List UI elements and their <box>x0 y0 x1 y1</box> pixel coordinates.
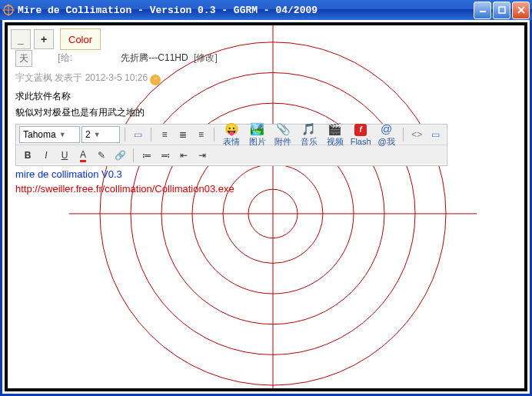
smiley-icon: 😛 <box>224 122 238 136</box>
quoted-line-2: 貌似对对极昼也是有用武之地的 <box>15 106 523 119</box>
separator <box>403 128 404 141</box>
video-button[interactable]: 🎬 视频 <box>323 122 347 148</box>
thread-title[interactable]: 先折腾---C11HD <box>121 52 188 63</box>
tool-row: _ + Color <box>11 28 101 50</box>
char-box: 天 <box>15 50 32 67</box>
editor-toolbar: Tahoma▼ 2▼ ▭ ≡ ≣ ≡ 😛 表情 🏞️ 图片 <box>15 124 447 166</box>
flash-button[interactable]: f Flash <box>348 123 373 146</box>
svg-point-7 <box>248 189 298 238</box>
code-icon[interactable]: <> <box>408 126 425 143</box>
separator <box>214 128 214 141</box>
maximize-button[interactable] <box>493 2 510 19</box>
poster-line: 宇文蓝枫 发表于 2012-3-5 10:26 <box>15 72 148 83</box>
app-icon <box>2 4 15 16</box>
flash-icon: f <box>354 123 367 137</box>
indent-icon[interactable]: ⇥ <box>194 147 211 164</box>
outdent-icon[interactable]: ⇤ <box>175 147 192 164</box>
minus-button[interactable]: _ <box>11 29 31 49</box>
post-header: 天 [给: 先折腾---C11HD [修改] 宇文蓝枫 发表于 2012-3-5… <box>15 50 523 119</box>
answer-block: mire de collimation V0.3 http://sweiller… <box>15 168 234 195</box>
window-body: _ + Color 天 [给: 先折腾---C11HD [修改] 宇文蓝枫 发表… <box>0 20 532 396</box>
separator <box>133 148 134 162</box>
window-controls <box>474 2 530 19</box>
color-button[interactable]: Color <box>60 28 101 50</box>
minimize-button[interactable] <box>474 2 491 19</box>
reply-to-label: [给: <box>58 52 72 63</box>
answer-link[interactable]: http://sweiller.free.fr/collimation/Coll… <box>15 183 234 195</box>
at-icon: @ <box>380 122 394 136</box>
quote-icon[interactable]: ▭ <box>427 126 444 143</box>
speech-icon: ” <box>150 75 161 85</box>
chevron-down-icon: ▼ <box>94 131 101 138</box>
unordered-list-icon[interactable]: ≔ <box>138 147 155 164</box>
font-size-value: 2 <box>85 129 91 140</box>
emote-button[interactable]: 😛 表情 <box>219 122 244 148</box>
align-left-icon[interactable]: ≡ <box>156 126 173 143</box>
title-bar: Mire de Collimation - Version 0.3 - GGRM… <box>0 0 532 20</box>
link-icon[interactable]: 🔗 <box>111 147 128 164</box>
image-icon: 🏞️ <box>251 122 264 136</box>
separator <box>125 128 125 141</box>
edit-link[interactable]: [修改] <box>194 52 218 63</box>
underline-icon[interactable]: U <box>56 147 73 164</box>
svg-point-8 <box>223 164 323 263</box>
image-button[interactable]: 🏞️ 图片 <box>245 122 270 148</box>
atme-button[interactable]: @ @我 <box>374 122 399 148</box>
italic-icon[interactable]: I <box>38 147 55 164</box>
quoted-line-1: 求此软件名称 <box>15 90 523 103</box>
attach-button[interactable]: 📎 附件 <box>271 122 296 148</box>
plus-button[interactable]: + <box>34 29 54 49</box>
music-button[interactable]: 🎵 音乐 <box>297 122 321 148</box>
font-family-select[interactable]: Tahoma▼ <box>19 126 80 143</box>
highlight-icon[interactable]: ✎ <box>93 147 110 164</box>
align-center-icon[interactable]: ≣ <box>175 126 191 143</box>
clear-format-icon[interactable]: ▭ <box>130 126 147 143</box>
separator <box>151 128 151 141</box>
ordered-list-icon[interactable]: ≕ <box>157 147 174 164</box>
font-color-icon[interactable]: A <box>75 147 91 164</box>
close-button[interactable] <box>512 2 530 19</box>
svg-rect-4 <box>499 7 505 13</box>
window-title: Mire de Collimation - Version 0.3 - GGRM… <box>18 5 474 16</box>
bold-icon[interactable]: B <box>19 147 36 164</box>
music-icon: 🎵 <box>302 122 316 136</box>
chevron-down-icon: ▼ <box>59 131 66 138</box>
font-size-select[interactable]: 2▼ <box>81 126 119 143</box>
paperclip-icon: 📎 <box>276 122 290 136</box>
font-family-value: Tahoma <box>23 129 56 140</box>
collimation-canvas: _ + Color 天 [给: 先折腾---C11HD [修改] 宇文蓝枫 发表… <box>5 22 527 391</box>
clapper-icon: 🎬 <box>328 122 342 136</box>
answer-line-1: mire de collimation V0.3 <box>15 168 234 180</box>
align-right-icon[interactable]: ≡ <box>193 126 210 143</box>
